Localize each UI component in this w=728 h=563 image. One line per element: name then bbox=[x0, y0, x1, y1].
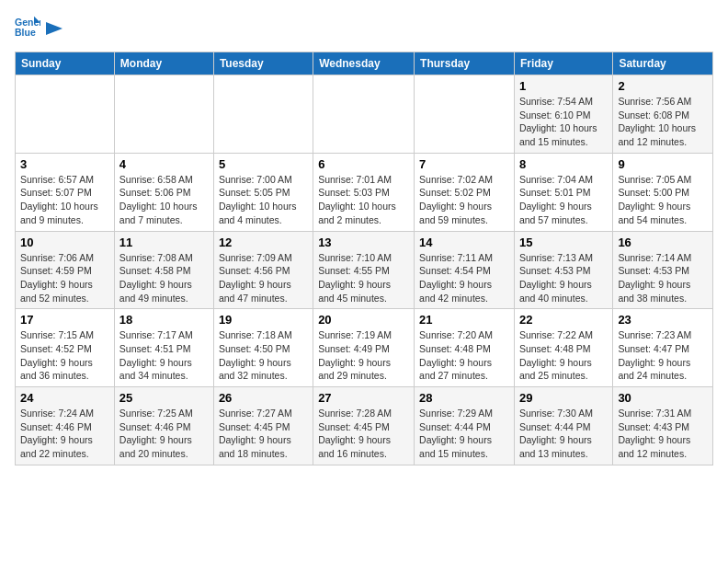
svg-text:Blue: Blue bbox=[15, 27, 36, 38]
day-number: 12 bbox=[219, 236, 308, 249]
week-row-3: 17Sunrise: 7:15 AM Sunset: 4:52 PM Dayli… bbox=[16, 309, 713, 387]
day-cell: 24Sunrise: 7:24 AM Sunset: 4:46 PM Dayli… bbox=[16, 387, 115, 465]
day-cell bbox=[415, 75, 515, 154]
logo: General Blue bbox=[15, 15, 63, 40]
day-number: 10 bbox=[20, 236, 109, 249]
week-row-4: 24Sunrise: 7:24 AM Sunset: 4:46 PM Dayli… bbox=[16, 387, 713, 465]
day-number: 3 bbox=[20, 157, 109, 171]
day-info: Sunrise: 7:20 AM Sunset: 4:48 PM Dayligh… bbox=[419, 328, 509, 383]
day-cell: 7Sunrise: 7:02 AM Sunset: 5:02 PM Daylig… bbox=[415, 153, 515, 231]
day-cell bbox=[213, 75, 313, 154]
day-info: Sunrise: 7:11 AM Sunset: 4:54 PM Dayligh… bbox=[419, 251, 509, 305]
day-cell: 10Sunrise: 7:06 AM Sunset: 4:59 PM Dayli… bbox=[16, 231, 115, 309]
day-info: Sunrise: 7:02 AM Sunset: 5:02 PM Dayligh… bbox=[419, 173, 509, 227]
day-cell: 28Sunrise: 7:29 AM Sunset: 4:44 PM Dayli… bbox=[415, 387, 515, 465]
day-number: 9 bbox=[618, 157, 708, 171]
header-cell-sunday: Sunday bbox=[16, 52, 115, 75]
day-cell: 20Sunrise: 7:19 AM Sunset: 4:49 PM Dayli… bbox=[313, 309, 415, 387]
day-number: 27 bbox=[318, 391, 409, 405]
day-cell: 18Sunrise: 7:17 AM Sunset: 4:51 PM Dayli… bbox=[114, 309, 213, 387]
calendar-header: SundayMondayTuesdayWednesdayThursdayFrid… bbox=[16, 52, 713, 75]
day-cell: 3Sunrise: 6:57 AM Sunset: 5:07 PM Daylig… bbox=[16, 153, 115, 231]
day-info: Sunrise: 7:23 AM Sunset: 4:47 PM Dayligh… bbox=[618, 328, 708, 383]
day-number: 30 bbox=[618, 391, 708, 405]
day-cell: 27Sunrise: 7:28 AM Sunset: 4:45 PM Dayli… bbox=[313, 387, 415, 465]
day-info: Sunrise: 7:05 AM Sunset: 5:00 PM Dayligh… bbox=[618, 173, 708, 227]
day-cell: 1Sunrise: 7:54 AM Sunset: 6:10 PM Daylig… bbox=[514, 75, 612, 154]
day-info: Sunrise: 6:58 AM Sunset: 5:06 PM Dayligh… bbox=[119, 173, 209, 227]
week-row-1: 3Sunrise: 6:57 AM Sunset: 5:07 PM Daylig… bbox=[16, 153, 713, 231]
day-cell: 30Sunrise: 7:31 AM Sunset: 4:43 PM Dayli… bbox=[613, 387, 713, 465]
day-info: Sunrise: 7:06 AM Sunset: 4:59 PM Dayligh… bbox=[20, 251, 109, 305]
day-info: Sunrise: 7:01 AM Sunset: 5:03 PM Dayligh… bbox=[318, 173, 409, 227]
day-cell: 29Sunrise: 7:30 AM Sunset: 4:44 PM Dayli… bbox=[514, 387, 612, 465]
day-number: 5 bbox=[219, 157, 308, 171]
day-cell bbox=[313, 75, 415, 154]
logo-arrow-icon bbox=[46, 22, 63, 35]
day-cell: 19Sunrise: 7:18 AM Sunset: 4:50 PM Dayli… bbox=[213, 309, 313, 387]
day-cell: 5Sunrise: 7:00 AM Sunset: 5:05 PM Daylig… bbox=[213, 153, 313, 231]
day-number: 20 bbox=[318, 313, 409, 327]
day-cell: 23Sunrise: 7:23 AM Sunset: 4:47 PM Dayli… bbox=[613, 309, 713, 387]
logo-icon: General Blue bbox=[15, 15, 40, 40]
day-info: Sunrise: 7:18 AM Sunset: 4:50 PM Dayligh… bbox=[219, 328, 308, 383]
day-info: Sunrise: 7:09 AM Sunset: 4:56 PM Dayligh… bbox=[219, 251, 308, 305]
day-cell: 15Sunrise: 7:13 AM Sunset: 4:53 PM Dayli… bbox=[514, 231, 612, 309]
day-number: 24 bbox=[20, 391, 109, 405]
day-info: Sunrise: 7:29 AM Sunset: 4:44 PM Dayligh… bbox=[419, 407, 509, 461]
header-row: SundayMondayTuesdayWednesdayThursdayFrid… bbox=[16, 52, 713, 75]
day-info: Sunrise: 7:00 AM Sunset: 5:05 PM Dayligh… bbox=[219, 173, 308, 227]
day-cell: 14Sunrise: 7:11 AM Sunset: 4:54 PM Dayli… bbox=[415, 231, 515, 309]
day-info: Sunrise: 7:24 AM Sunset: 4:46 PM Dayligh… bbox=[20, 407, 109, 461]
day-info: Sunrise: 7:08 AM Sunset: 4:58 PM Dayligh… bbox=[119, 251, 209, 305]
day-info: Sunrise: 6:57 AM Sunset: 5:07 PM Dayligh… bbox=[20, 173, 109, 227]
day-number: 29 bbox=[519, 391, 608, 405]
day-info: Sunrise: 7:30 AM Sunset: 4:44 PM Dayligh… bbox=[519, 407, 608, 461]
day-number: 2 bbox=[618, 79, 708, 93]
day-info: Sunrise: 7:14 AM Sunset: 4:53 PM Dayligh… bbox=[618, 251, 708, 305]
day-cell: 4Sunrise: 6:58 AM Sunset: 5:06 PM Daylig… bbox=[114, 153, 213, 231]
day-info: Sunrise: 7:19 AM Sunset: 4:49 PM Dayligh… bbox=[318, 328, 409, 383]
day-number: 4 bbox=[119, 157, 209, 171]
day-cell: 11Sunrise: 7:08 AM Sunset: 4:58 PM Dayli… bbox=[114, 231, 213, 309]
day-number: 15 bbox=[519, 236, 608, 249]
day-info: Sunrise: 7:13 AM Sunset: 4:53 PM Dayligh… bbox=[519, 251, 608, 305]
day-info: Sunrise: 7:10 AM Sunset: 4:55 PM Dayligh… bbox=[318, 251, 409, 305]
day-cell bbox=[114, 75, 213, 154]
day-cell: 21Sunrise: 7:20 AM Sunset: 4:48 PM Dayli… bbox=[415, 309, 515, 387]
day-number: 28 bbox=[419, 391, 509, 405]
calendar-table: SundayMondayTuesdayWednesdayThursdayFrid… bbox=[15, 52, 713, 465]
day-cell: 12Sunrise: 7:09 AM Sunset: 4:56 PM Dayli… bbox=[213, 231, 313, 309]
week-row-2: 10Sunrise: 7:06 AM Sunset: 4:59 PM Dayli… bbox=[16, 231, 713, 309]
day-cell: 8Sunrise: 7:04 AM Sunset: 5:01 PM Daylig… bbox=[514, 153, 612, 231]
day-cell: 25Sunrise: 7:25 AM Sunset: 4:46 PM Dayli… bbox=[114, 387, 213, 465]
day-number: 18 bbox=[119, 313, 209, 327]
day-cell: 13Sunrise: 7:10 AM Sunset: 4:55 PM Dayli… bbox=[313, 231, 415, 309]
day-info: Sunrise: 7:28 AM Sunset: 4:45 PM Dayligh… bbox=[318, 407, 409, 461]
day-cell: 9Sunrise: 7:05 AM Sunset: 5:00 PM Daylig… bbox=[613, 153, 713, 231]
day-number: 16 bbox=[618, 236, 708, 249]
day-cell: 16Sunrise: 7:14 AM Sunset: 4:53 PM Dayli… bbox=[613, 231, 713, 309]
day-cell: 26Sunrise: 7:27 AM Sunset: 4:45 PM Dayli… bbox=[213, 387, 313, 465]
header: General Blue bbox=[15, 15, 713, 40]
day-info: Sunrise: 7:22 AM Sunset: 4:48 PM Dayligh… bbox=[519, 328, 608, 383]
day-number: 17 bbox=[20, 313, 109, 327]
calendar-body: 1Sunrise: 7:54 AM Sunset: 6:10 PM Daylig… bbox=[16, 75, 713, 465]
day-number: 26 bbox=[219, 391, 308, 405]
day-cell: 2Sunrise: 7:56 AM Sunset: 6:08 PM Daylig… bbox=[613, 75, 713, 154]
svg-marker-3 bbox=[46, 22, 63, 35]
header-cell-tuesday: Tuesday bbox=[213, 52, 313, 75]
day-number: 1 bbox=[519, 79, 608, 93]
day-number: 25 bbox=[119, 391, 209, 405]
header-cell-thursday: Thursday bbox=[415, 52, 515, 75]
header-cell-saturday: Saturday bbox=[613, 52, 713, 75]
header-cell-wednesday: Wednesday bbox=[313, 52, 415, 75]
header-cell-friday: Friday bbox=[514, 52, 612, 75]
day-number: 14 bbox=[419, 236, 509, 249]
day-number: 7 bbox=[419, 157, 509, 171]
day-number: 23 bbox=[618, 313, 708, 327]
day-info: Sunrise: 7:31 AM Sunset: 4:43 PM Dayligh… bbox=[618, 407, 708, 461]
day-number: 13 bbox=[318, 236, 409, 249]
day-number: 8 bbox=[519, 157, 608, 171]
day-info: Sunrise: 7:25 AM Sunset: 4:46 PM Dayligh… bbox=[119, 407, 209, 461]
